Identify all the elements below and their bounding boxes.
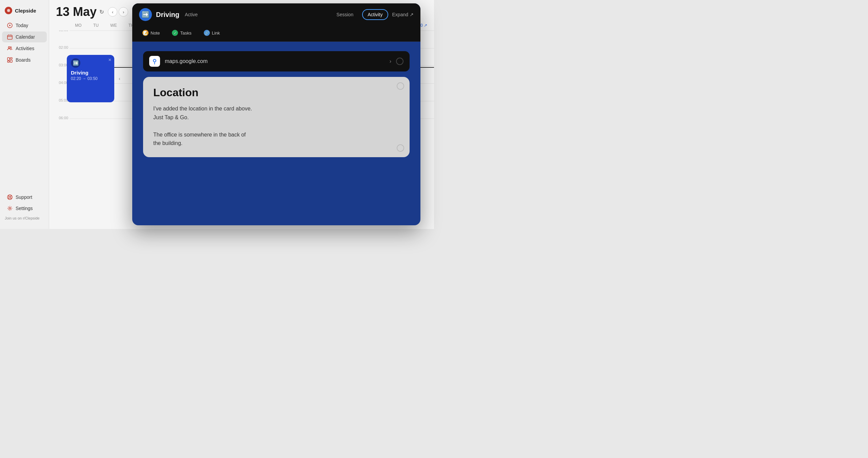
- link-card[interactable]: maps.google.com ›: [143, 51, 410, 71]
- note-card: Location I've added the location in the …: [143, 77, 410, 157]
- svg-point-13: [9, 208, 11, 209]
- next-week-button[interactable]: ›: [119, 7, 128, 17]
- note-body-line1: I've added the location in the card abov…: [153, 104, 399, 113]
- sidebar-item-today[interactable]: Today: [2, 20, 47, 31]
- svg-point-6: [10, 47, 12, 48]
- boards-icon: [7, 57, 13, 63]
- activity-panel: ➡️ Driving Active Session Activity Expan…: [132, 3, 420, 225]
- weekday-tu: TU: [87, 23, 105, 28]
- time-label-500: 05:00: [52, 98, 68, 102]
- sidebar-item-activities-label: Activities: [16, 46, 34, 51]
- calendar-nav: ‹ ›: [108, 7, 128, 17]
- panel-activity-title: Driving: [156, 11, 179, 19]
- note-label: Note: [151, 30, 160, 36]
- main-content: 13 May ↻ ‹ › MO TU WE TH FR SA SU Week 2…: [49, 0, 434, 229]
- google-maps-favicon: [149, 56, 160, 67]
- svg-rect-4: [11, 35, 11, 36]
- svg-rect-10: [7, 61, 9, 62]
- today-icon: [7, 22, 13, 28]
- note-body-line5: the building.: [153, 139, 399, 148]
- weekday-we: WE: [105, 23, 122, 28]
- time-label-300: 03:00: [52, 63, 68, 67]
- panel-avatar: ➡️: [139, 8, 152, 21]
- sidebar-item-settings-label: Settings: [16, 206, 33, 211]
- note-top-circle[interactable]: [397, 82, 404, 90]
- sidebar-item-support[interactable]: Support: [2, 192, 47, 203]
- app-logo: ⊗ Clepside: [0, 4, 49, 20]
- note-title: Location: [153, 86, 399, 99]
- tasks-icon: ✓: [172, 30, 178, 36]
- event-close-button[interactable]: ✕: [108, 58, 112, 62]
- collapse-arrow-icon[interactable]: ‹: [119, 76, 120, 81]
- tasks-label: Tasks: [180, 30, 191, 36]
- note-bottom-circle[interactable]: [397, 144, 404, 152]
- svg-point-1: [9, 25, 11, 26]
- support-icon: [7, 194, 13, 200]
- link-url: maps.google.com: [165, 58, 385, 64]
- expand-icon: ↗: [410, 12, 414, 17]
- svg-point-12: [9, 196, 11, 198]
- join-text: Join us on r/Clepside: [0, 214, 49, 222]
- time-label-400: 04:00: [52, 81, 68, 85]
- sidebar-item-calendar-label: Calendar: [16, 34, 35, 40]
- sidebar-item-today-label: Today: [16, 23, 28, 28]
- link-icon: 🔗: [204, 30, 210, 36]
- link-label: Link: [212, 30, 220, 36]
- time-label-200: 02:00: [52, 45, 68, 49]
- activities-icon: [7, 45, 13, 51]
- note-body-line4: The office is somewhere in the back of: [153, 130, 399, 139]
- event-title: Driving: [71, 70, 110, 76]
- calendar-icon: [7, 34, 13, 40]
- refresh-icon[interactable]: ↻: [99, 9, 104, 15]
- app-name: Clepside: [15, 8, 36, 14]
- tasks-button[interactable]: ✓ Tasks: [169, 28, 195, 37]
- sidebar-item-support-label: Support: [16, 194, 32, 200]
- note-button[interactable]: 📝 Note: [139, 28, 163, 37]
- sidebar-item-boards-label: Boards: [16, 57, 31, 63]
- prev-week-button[interactable]: ‹: [108, 7, 117, 17]
- note-body-line2: Just Tap & Go.: [153, 113, 399, 122]
- time-label-600: 06:00: [52, 116, 68, 120]
- sidebar-item-boards[interactable]: Boards: [2, 55, 47, 65]
- event-icon: ➡️: [71, 58, 80, 68]
- link-select-circle[interactable]: [396, 58, 403, 65]
- panel-header: ➡️ Driving Active Session Activity Expan…: [132, 3, 420, 26]
- svg-rect-7: [7, 58, 9, 60]
- expand-button[interactable]: Expand ↗: [392, 12, 414, 17]
- link-arrow-icon: ›: [390, 58, 391, 64]
- time-label-100: 01:00: [52, 30, 68, 32]
- svg-rect-3: [8, 35, 9, 36]
- note-icon: 📝: [142, 30, 149, 36]
- svg-rect-8: [10, 58, 12, 59]
- tab-activity[interactable]: Activity: [362, 9, 388, 20]
- logo-icon: ⊗: [5, 7, 12, 14]
- event-time: 02:20 → 03:50: [71, 76, 110, 81]
- panel-body: maps.google.com › Location I've added th…: [132, 42, 420, 225]
- tab-session[interactable]: Session: [332, 10, 358, 19]
- sidebar-item-calendar[interactable]: Calendar: [2, 32, 47, 42]
- calendar-title: 13 May ↻: [56, 5, 104, 19]
- svg-point-5: [8, 47, 10, 48]
- expand-label: Expand: [392, 12, 408, 17]
- weekday-mo: MO: [70, 23, 87, 28]
- panel-toolbar: 📝 Note ✓ Tasks 🔗 Link: [132, 26, 420, 42]
- svg-rect-2: [7, 35, 12, 39]
- sidebar-item-settings[interactable]: Settings: [2, 203, 47, 214]
- note-body: I've added the location in the card abov…: [153, 104, 399, 148]
- link-button[interactable]: 🔗 Link: [200, 28, 223, 37]
- svg-rect-9: [10, 60, 12, 62]
- settings-icon: [7, 205, 13, 211]
- panel-status: Active: [185, 12, 198, 17]
- svg-point-15: [154, 60, 156, 62]
- driving-event[interactable]: ➡️ Driving 02:20 → 03:50 ✕ ‹: [67, 55, 114, 102]
- calendar-date: 13 May: [56, 5, 97, 19]
- sidebar-item-activities[interactable]: Activities: [2, 43, 47, 54]
- sidebar: ⊗ Clepside Today Calendar: [0, 0, 49, 229]
